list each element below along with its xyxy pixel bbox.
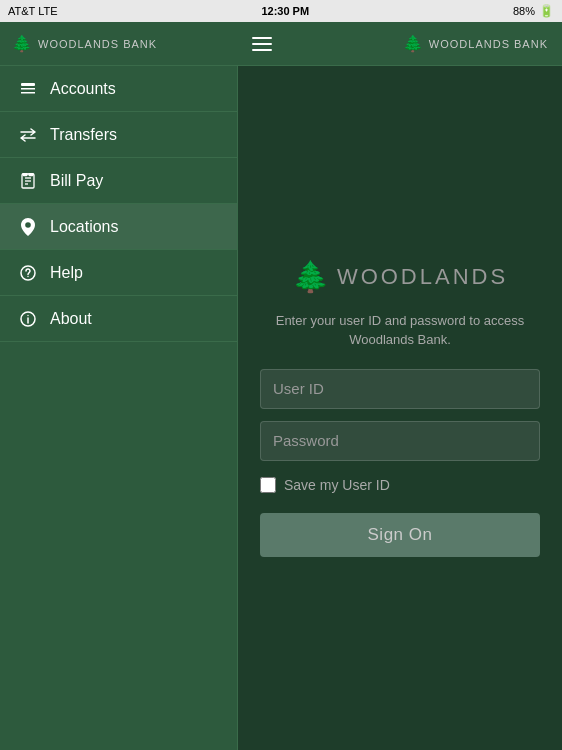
sidebar-item-locations[interactable]: Locations xyxy=(0,204,237,250)
svg-rect-8 xyxy=(29,173,33,176)
sidebar-item-help[interactable]: Help xyxy=(0,250,237,296)
hamburger-line-2 xyxy=(252,43,272,45)
help-label: Help xyxy=(50,264,83,282)
about-label: About xyxy=(50,310,92,328)
sidebar-logo: 🌲 WOODLANDS BANK xyxy=(12,34,157,53)
password-input[interactable] xyxy=(260,421,540,461)
status-bar: AT&T LTE 12:30 PM 88% 🔋 xyxy=(0,0,562,22)
svg-point-14 xyxy=(27,314,28,315)
transfers-label: Transfers xyxy=(50,126,117,144)
svg-point-9 xyxy=(25,222,31,228)
save-user-id-checkbox[interactable] xyxy=(260,477,276,493)
accounts-label: Accounts xyxy=(50,80,116,98)
login-tree-icon: 🌲 xyxy=(292,259,329,294)
hamburger-line-3 xyxy=(252,49,272,51)
svg-rect-0 xyxy=(21,83,35,86)
sign-on-button[interactable]: Sign On xyxy=(260,513,540,557)
status-right: 88% 🔋 xyxy=(513,4,554,18)
main-header: 🌲 WOODLANDS BANK xyxy=(238,22,562,66)
sidebar-item-transfers[interactable]: Transfers xyxy=(0,112,237,158)
about-icon xyxy=(16,311,40,327)
hamburger-button[interactable] xyxy=(252,37,272,51)
locations-icon xyxy=(16,218,40,236)
login-logo: 🌲 WOODLANDS xyxy=(292,259,508,294)
svg-rect-1 xyxy=(21,88,35,90)
status-time: 12:30 PM xyxy=(261,5,309,17)
sidebar-item-accounts[interactable]: Accounts xyxy=(0,66,237,112)
svg-rect-7 xyxy=(23,173,27,176)
login-subtitle: Enter your user ID and password to acces… xyxy=(258,312,542,348)
svg-point-11 xyxy=(27,275,28,276)
app-container: 🌲 WOODLANDS BANK 🌲 WOODLANDS BANK xyxy=(0,22,562,750)
save-user-id-label: Save my User ID xyxy=(284,477,390,493)
status-left: AT&T LTE xyxy=(8,5,58,17)
locations-label: Locations xyxy=(50,218,119,236)
bill-pay-icon xyxy=(16,173,40,189)
sidebar-header: 🌲 WOODLANDS BANK xyxy=(0,22,238,66)
sidebar-item-bill-pay[interactable]: Bill Pay xyxy=(0,158,237,204)
svg-rect-2 xyxy=(21,92,35,94)
hamburger-line-1 xyxy=(252,37,272,39)
sidebar-item-about[interactable]: About xyxy=(0,296,237,342)
user-id-input[interactable] xyxy=(260,369,540,409)
nav-bars: 🌲 WOODLANDS BANK 🌲 WOODLANDS BANK xyxy=(0,22,562,66)
help-icon xyxy=(16,265,40,281)
content-area: Accounts Transfers xyxy=(0,66,562,750)
bill-pay-label: Bill Pay xyxy=(50,172,103,190)
sidebar-logo-text: WOODLANDS BANK xyxy=(38,38,157,50)
main-content: 🌲 WOODLANDS Enter your user ID and passw… xyxy=(238,66,562,750)
battery-icon: 🔋 xyxy=(539,4,554,18)
main-logo: 🌲 WOODLANDS BANK xyxy=(403,34,548,53)
battery-text: 88% xyxy=(513,5,535,17)
sidebar: Accounts Transfers xyxy=(0,66,238,750)
save-user-id-row: Save my User ID xyxy=(260,477,540,493)
transfers-icon xyxy=(16,128,40,142)
carrier-text: AT&T LTE xyxy=(8,5,58,17)
main-logo-text: WOODLANDS BANK xyxy=(429,38,548,50)
main-tree-icon: 🌲 xyxy=(403,34,423,53)
sidebar-tree-icon: 🌲 xyxy=(12,34,32,53)
login-logo-text: WOODLANDS xyxy=(337,264,508,290)
accounts-icon xyxy=(16,81,40,97)
